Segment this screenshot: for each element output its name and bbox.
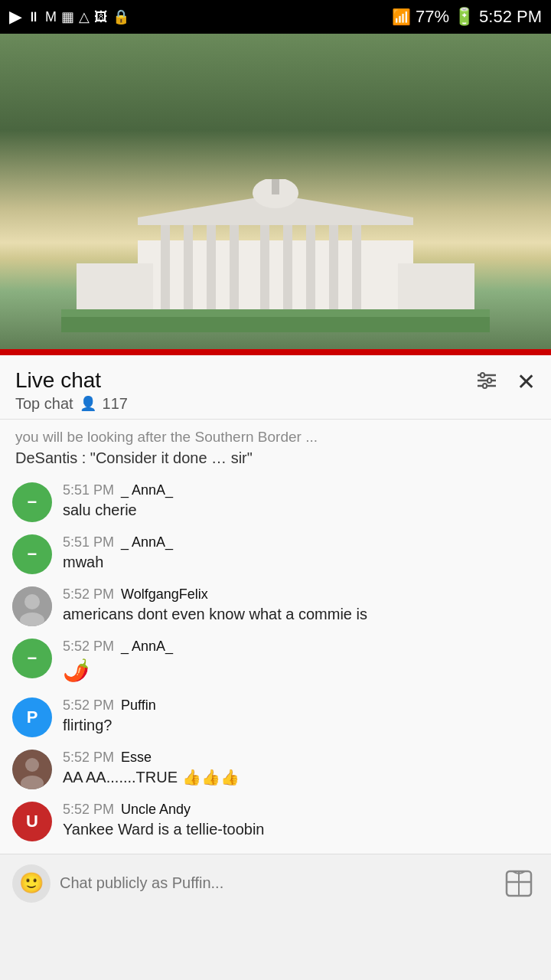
top-chat-label[interactable]: Top chat (15, 395, 73, 413)
svg-rect-0 (138, 240, 413, 317)
video-player[interactable] (0, 34, 551, 355)
white-house-graphic (61, 179, 490, 332)
truncated-line2: DeSantis : "Consider it done … sir" (15, 447, 536, 469)
username: _ AnnA_ (121, 482, 173, 498)
svg-rect-9 (306, 225, 315, 317)
svg-rect-1 (77, 263, 153, 317)
truncated-line1: you will be looking after the Southern B… (15, 427, 536, 448)
chat-row: − 5:51 PM _ AnnA_ mwah (0, 528, 551, 580)
avatar (12, 750, 52, 789)
wifi-icon: 📶 (392, 8, 411, 26)
app-icon-1: ⏸ (27, 9, 41, 25)
chat-header: Live chat Top chat 👤 117 ✕ (0, 355, 551, 420)
username: _ AnnA_ (121, 639, 173, 654)
chat-meta: 5:51 PM _ AnnA_ (63, 482, 539, 498)
username: Puffin (121, 697, 156, 713)
chat-content: 5:52 PM _ AnnA_ 🌶️ (63, 639, 539, 685)
chat-meta: 5:52 PM WolfgangFelix (63, 586, 539, 603)
svg-rect-6 (230, 225, 239, 317)
chat-content: 5:51 PM _ AnnA_ mwah (63, 534, 539, 573)
message-time: 5:52 PM (63, 586, 114, 602)
avatar: − (12, 639, 52, 678)
viewer-count: 117 (103, 395, 128, 413)
emoji-button[interactable]: 🙂 (12, 864, 51, 903)
chat-header-actions: ✕ (475, 371, 536, 394)
username: _ AnnA_ (121, 534, 173, 550)
svg-rect-10 (329, 225, 338, 317)
message-time: 5:51 PM (63, 482, 114, 498)
svg-rect-24 (483, 384, 487, 388)
chat-subtitle: Top chat 👤 117 (15, 395, 128, 413)
chat-text: AA AA.......TRUE 👍👍👍 (63, 767, 539, 788)
chat-content: 5:52 PM Puffin flirting? (63, 697, 539, 736)
status-indicators: 📶 77% 🔋 5:52 PM (392, 7, 542, 27)
app-icon-6: 🔒 (112, 8, 129, 25)
close-icon[interactable]: ✕ (517, 371, 536, 394)
chat-row: − 5:52 PM _ AnnA_ 🌶️ (0, 632, 551, 691)
username: WolfgangFelix (121, 586, 208, 602)
chat-text: americans dont even know what a commie i… (63, 604, 539, 625)
battery-percent: 77% (416, 7, 449, 27)
svg-rect-23 (487, 378, 491, 383)
truncated-message: you will be looking after the Southern B… (0, 420, 551, 477)
svg-rect-18 (61, 309, 490, 317)
chat-text: flirting? (63, 715, 539, 736)
people-icon: 👤 (80, 395, 96, 412)
chat-meta: 5:52 PM _ AnnA_ (63, 639, 539, 655)
avatar: − (12, 534, 52, 574)
avatar: P (12, 697, 52, 737)
status-bar: ▶ ⏸ M ▦ △ 🖼 🔒 📶 77% 🔋 5:52 PM (0, 0, 551, 34)
svg-rect-8 (283, 225, 292, 317)
chat-meta: 5:52 PM Puffin (63, 697, 539, 714)
chat-row: − 5:51 PM _ AnnA_ salu cherie (0, 476, 551, 528)
svg-rect-2 (398, 263, 474, 317)
svg-rect-11 (352, 225, 361, 317)
svg-rect-3 (161, 225, 170, 317)
chat-content: 5:52 PM Esse AA AA.......TRUE 👍👍👍 (63, 750, 539, 788)
status-icons: ▶ ⏸ M ▦ △ 🖼 🔒 (9, 7, 129, 27)
svg-rect-22 (481, 373, 484, 377)
message-time: 5:52 PM (63, 639, 114, 654)
chat-title: Live chat (15, 368, 128, 394)
svg-rect-5 (207, 225, 216, 317)
svg-rect-7 (260, 225, 269, 317)
message-time: 5:52 PM (63, 697, 114, 713)
chat-text: mwah (63, 552, 539, 573)
username: Esse (121, 750, 152, 765)
svg-rect-4 (184, 225, 193, 317)
filter-icon[interactable] (475, 371, 498, 394)
chat-meta: 5:51 PM _ AnnA_ (63, 534, 539, 550)
chat-meta: 5:52 PM Uncle Andy (63, 802, 539, 818)
app-icon-4: △ (79, 8, 90, 25)
chat-header-left: Live chat Top chat 👤 117 (15, 368, 128, 413)
avatar: − (12, 482, 52, 522)
emoji-icon: 🙂 (19, 871, 44, 895)
chat-meta: 5:52 PM Esse (63, 750, 539, 766)
app-icon-5: 🖼 (94, 9, 108, 25)
username: Uncle Andy (121, 802, 191, 817)
chat-row: U 5:52 PM Uncle Andy Yankee Ward is a te… (0, 795, 551, 848)
chat-text: salu cherie (63, 500, 539, 521)
chat-content: 5:52 PM Uncle Andy Yankee Ward is a tell… (63, 802, 539, 840)
svg-point-29 (25, 758, 39, 772)
youtube-icon: ▶ (9, 7, 22, 27)
chat-row: 5:52 PM WolfgangFelix americans dont eve… (0, 580, 551, 632)
svg-point-26 (24, 594, 40, 609)
avatar (12, 586, 52, 626)
chat-row: P 5:52 PM Puffin flirting? (0, 691, 551, 743)
chat-text: 🌶️ (63, 656, 539, 685)
chat-messages-container: you will be looking after the Southern B… (0, 420, 551, 854)
svg-rect-14 (272, 179, 279, 194)
battery-icon: 🔋 (454, 7, 474, 27)
chat-content: 5:51 PM _ AnnA_ salu cherie (63, 482, 539, 521)
avatar: U (12, 802, 52, 841)
app-icon-2: M (45, 9, 57, 25)
app-icon-3: ▦ (61, 8, 74, 25)
message-time: 5:52 PM (63, 802, 114, 817)
message-time: 5:52 PM (63, 750, 114, 765)
chat-input-area: 🙂 (0, 854, 551, 913)
chat-row: 5:52 PM Esse AA AA.......TRUE 👍👍👍 (0, 743, 551, 795)
send-button[interactable] (499, 864, 539, 903)
chat-text: Yankee Ward is a tellie-toobin (63, 819, 539, 840)
chat-input[interactable] (60, 874, 490, 892)
